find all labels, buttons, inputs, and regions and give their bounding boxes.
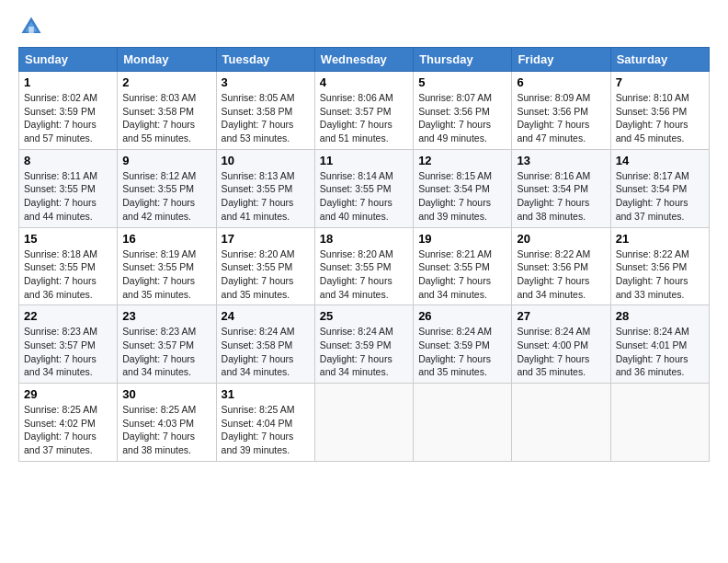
calendar-cell: 24Sunrise: 8:24 AM Sunset: 3:58 PM Dayli… <box>216 305 314 384</box>
calendar-header-tuesday: Tuesday <box>216 48 314 72</box>
day-info: Sunrise: 8:24 AM Sunset: 3:59 PM Dayligh… <box>320 325 408 379</box>
day-info: Sunrise: 8:06 AM Sunset: 3:57 PM Dayligh… <box>320 91 408 145</box>
calendar-cell: 31Sunrise: 8:25 AM Sunset: 4:04 PM Dayli… <box>216 384 314 462</box>
day-number: 24 <box>222 309 310 323</box>
calendar-header-wednesday: Wednesday <box>314 48 413 72</box>
calendar-cell: 8Sunrise: 8:11 AM Sunset: 3:55 PM Daylig… <box>19 149 118 227</box>
calendar-cell: 27Sunrise: 8:24 AM Sunset: 4:00 PM Dayli… <box>512 305 610 384</box>
calendar-cell: 14Sunrise: 8:17 AM Sunset: 3:54 PM Dayli… <box>610 149 709 227</box>
day-number: 30 <box>122 387 210 401</box>
day-info: Sunrise: 8:18 AM Sunset: 3:55 PM Dayligh… <box>24 247 112 302</box>
day-number: 1 <box>24 75 112 89</box>
calendar-cell: 4Sunrise: 8:06 AM Sunset: 3:57 PM Daylig… <box>314 72 413 150</box>
day-number: 16 <box>122 232 210 246</box>
day-number: 27 <box>517 309 605 323</box>
calendar-week-2: 8Sunrise: 8:11 AM Sunset: 3:55 PM Daylig… <box>19 149 710 227</box>
calendar-table: SundayMondayTuesdayWednesdayThursdayFrid… <box>18 47 710 462</box>
day-number: 4 <box>320 75 408 89</box>
day-info: Sunrise: 8:24 AM Sunset: 3:58 PM Dayligh… <box>222 325 310 379</box>
calendar-week-5: 29Sunrise: 8:25 AM Sunset: 4:02 PM Dayli… <box>19 384 710 462</box>
day-number: 23 <box>122 309 210 323</box>
calendar-cell: 15Sunrise: 8:18 AM Sunset: 3:55 PM Dayli… <box>19 227 118 305</box>
day-info: Sunrise: 8:03 AM Sunset: 3:58 PM Dayligh… <box>122 91 210 145</box>
day-number: 22 <box>24 309 112 323</box>
day-number: 15 <box>24 232 112 246</box>
day-number: 5 <box>418 75 506 89</box>
day-number: 2 <box>122 75 210 89</box>
day-info: Sunrise: 8:15 AM Sunset: 3:54 PM Dayligh… <box>418 169 506 224</box>
day-number: 7 <box>616 75 704 89</box>
calendar-cell: 22Sunrise: 8:23 AM Sunset: 3:57 PM Dayli… <box>19 305 118 384</box>
day-number: 17 <box>222 232 310 246</box>
calendar-cell: 13Sunrise: 8:16 AM Sunset: 3:54 PM Dayli… <box>512 149 610 227</box>
day-info: Sunrise: 8:07 AM Sunset: 3:56 PM Dayligh… <box>418 91 506 145</box>
day-number: 29 <box>24 387 112 401</box>
day-info: Sunrise: 8:22 AM Sunset: 3:56 PM Dayligh… <box>517 247 605 302</box>
calendar-week-3: 15Sunrise: 8:18 AM Sunset: 3:55 PM Dayli… <box>19 227 710 305</box>
day-info: Sunrise: 8:12 AM Sunset: 3:55 PM Dayligh… <box>122 169 210 224</box>
calendar-cell: 1Sunrise: 8:02 AM Sunset: 3:59 PM Daylig… <box>19 72 118 150</box>
day-info: Sunrise: 8:25 AM Sunset: 4:03 PM Dayligh… <box>122 403 210 457</box>
day-info: Sunrise: 8:24 AM Sunset: 4:01 PM Dayligh… <box>616 325 704 379</box>
day-info: Sunrise: 8:23 AM Sunset: 3:57 PM Dayligh… <box>24 325 112 379</box>
day-info: Sunrise: 8:14 AM Sunset: 3:55 PM Dayligh… <box>320 169 408 224</box>
day-info: Sunrise: 8:19 AM Sunset: 3:55 PM Dayligh… <box>122 247 210 302</box>
svg-rect-2 <box>28 27 34 33</box>
day-number: 25 <box>320 309 408 323</box>
calendar-cell: 17Sunrise: 8:20 AM Sunset: 3:55 PM Dayli… <box>216 227 314 305</box>
day-info: Sunrise: 8:17 AM Sunset: 3:54 PM Dayligh… <box>616 169 704 224</box>
day-number: 14 <box>616 154 704 167</box>
calendar-header-friday: Friday <box>512 48 610 72</box>
day-info: Sunrise: 8:22 AM Sunset: 3:56 PM Dayligh… <box>616 247 704 302</box>
day-info: Sunrise: 8:16 AM Sunset: 3:54 PM Dayligh… <box>517 169 605 224</box>
day-number: 21 <box>616 232 704 246</box>
day-info: Sunrise: 8:25 AM Sunset: 4:04 PM Dayligh… <box>222 403 310 457</box>
calendar-cell: 29Sunrise: 8:25 AM Sunset: 4:02 PM Dayli… <box>19 384 118 462</box>
day-number: 28 <box>616 309 704 323</box>
calendar-cell: 12Sunrise: 8:15 AM Sunset: 3:54 PM Dayli… <box>414 149 512 227</box>
day-info: Sunrise: 8:20 AM Sunset: 3:55 PM Dayligh… <box>222 247 310 302</box>
calendar-cell: 21Sunrise: 8:22 AM Sunset: 3:56 PM Dayli… <box>610 227 709 305</box>
day-info: Sunrise: 8:24 AM Sunset: 3:59 PM Dayligh… <box>418 325 506 379</box>
day-info: Sunrise: 8:24 AM Sunset: 4:00 PM Dayligh… <box>517 325 605 379</box>
day-info: Sunrise: 8:05 AM Sunset: 3:58 PM Dayligh… <box>222 91 310 145</box>
calendar-cell: 23Sunrise: 8:23 AM Sunset: 3:57 PM Dayli… <box>118 305 216 384</box>
day-number: 6 <box>517 75 605 89</box>
calendar-cell: 5Sunrise: 8:07 AM Sunset: 3:56 PM Daylig… <box>414 72 512 150</box>
calendar-cell: 30Sunrise: 8:25 AM Sunset: 4:03 PM Dayli… <box>118 384 216 462</box>
day-info: Sunrise: 8:09 AM Sunset: 3:56 PM Dayligh… <box>517 91 605 145</box>
calendar-cell: 11Sunrise: 8:14 AM Sunset: 3:55 PM Dayli… <box>314 149 413 227</box>
calendar-cell: 6Sunrise: 8:09 AM Sunset: 3:56 PM Daylig… <box>512 72 610 150</box>
day-number: 18 <box>320 232 408 246</box>
calendar-header-thursday: Thursday <box>414 48 512 72</box>
calendar-week-4: 22Sunrise: 8:23 AM Sunset: 3:57 PM Dayli… <box>19 305 710 384</box>
day-number: 31 <box>222 387 310 401</box>
calendar-cell: 19Sunrise: 8:21 AM Sunset: 3:55 PM Dayli… <box>414 227 512 305</box>
calendar-cell: 18Sunrise: 8:20 AM Sunset: 3:55 PM Dayli… <box>314 227 413 305</box>
page: SundayMondayTuesdayWednesdayThursdayFrid… <box>0 0 728 563</box>
logo-icon <box>18 14 44 40</box>
logo <box>18 14 48 40</box>
calendar-header-sunday: Sunday <box>19 48 118 72</box>
day-number: 3 <box>222 75 310 89</box>
day-number: 8 <box>24 154 112 167</box>
calendar-cell: 3Sunrise: 8:05 AM Sunset: 3:58 PM Daylig… <box>216 72 314 150</box>
calendar-cell: 25Sunrise: 8:24 AM Sunset: 3:59 PM Dayli… <box>314 305 413 384</box>
calendar-header-saturday: Saturday <box>610 48 709 72</box>
calendar-cell: 26Sunrise: 8:24 AM Sunset: 3:59 PM Dayli… <box>414 305 512 384</box>
calendar-header-row: SundayMondayTuesdayWednesdayThursdayFrid… <box>19 48 710 72</box>
day-info: Sunrise: 8:25 AM Sunset: 4:02 PM Dayligh… <box>24 403 112 457</box>
day-info: Sunrise: 8:10 AM Sunset: 3:56 PM Dayligh… <box>616 91 704 145</box>
day-number: 9 <box>122 154 210 167</box>
day-info: Sunrise: 8:11 AM Sunset: 3:55 PM Dayligh… <box>24 169 112 224</box>
day-number: 20 <box>517 232 605 246</box>
calendar-cell: 20Sunrise: 8:22 AM Sunset: 3:56 PM Dayli… <box>512 227 610 305</box>
day-number: 11 <box>320 154 408 167</box>
calendar-cell <box>414 384 512 462</box>
calendar-cell: 16Sunrise: 8:19 AM Sunset: 3:55 PM Dayli… <box>118 227 216 305</box>
day-info: Sunrise: 8:13 AM Sunset: 3:55 PM Dayligh… <box>222 169 310 224</box>
day-number: 19 <box>418 232 506 246</box>
calendar-cell <box>610 384 709 462</box>
day-info: Sunrise: 8:23 AM Sunset: 3:57 PM Dayligh… <box>122 325 210 379</box>
calendar-cell: 9Sunrise: 8:12 AM Sunset: 3:55 PM Daylig… <box>118 149 216 227</box>
